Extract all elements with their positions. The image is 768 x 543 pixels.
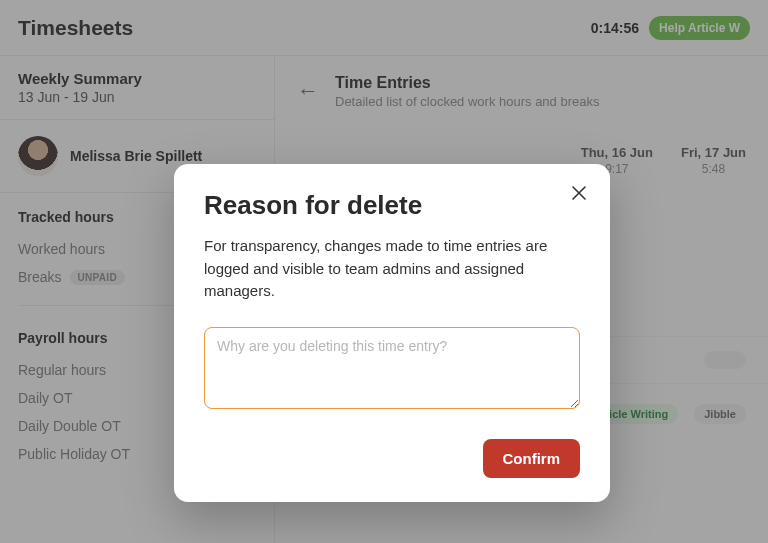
delete-reason-modal: Reason for delete For transparency, chan… xyxy=(174,164,610,502)
delete-reason-input[interactable] xyxy=(204,327,580,409)
modal-body-text: For transparency, changes made to time e… xyxy=(204,235,580,303)
modal-title: Reason for delete xyxy=(204,190,580,221)
close-icon[interactable] xyxy=(570,184,588,206)
confirm-button[interactable]: Confirm xyxy=(483,439,581,478)
